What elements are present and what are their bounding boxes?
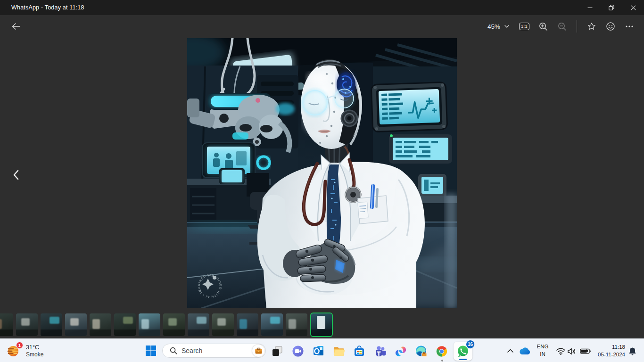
- close-button[interactable]: [622, 0, 644, 15]
- taskbar: 1 31°C Smoke Search: [0, 338, 644, 362]
- windows-logo-icon: [146, 346, 156, 356]
- whatsapp-active-indicator: [459, 359, 467, 360]
- language-line2: IN: [535, 350, 550, 358]
- chevron-up-icon: [507, 349, 513, 353]
- back-arrow-icon: [11, 22, 21, 31]
- thumbnail[interactable]: [0, 313, 13, 336]
- clock[interactable]: 11:18 05-11-2024: [592, 343, 625, 358]
- chevron-down-icon: [504, 24, 510, 29]
- zoom-level-value: 45%: [487, 23, 500, 30]
- screen: WhatsApp - Today at 11:18 45% 1:1: [0, 0, 644, 362]
- thumbnail[interactable]: [212, 313, 234, 336]
- window-controls: [579, 0, 644, 15]
- emoji-button[interactable]: [603, 18, 619, 34]
- cloud-icon: [519, 347, 531, 355]
- wifi-tray-icon[interactable]: [555, 347, 566, 355]
- search-input[interactable]: Search: [162, 344, 266, 358]
- weather-condition: Smoke: [26, 351, 43, 358]
- thumbnail[interactable]: [65, 313, 87, 336]
- folder-icon: [333, 345, 345, 358]
- copilot-icon: [395, 345, 407, 358]
- chevron-left-icon: [12, 170, 20, 180]
- window-title: WhatsApp - Today at 11:18: [11, 4, 84, 11]
- task-view-icon: [272, 346, 283, 357]
- zoom-in-button[interactable]: [535, 18, 551, 34]
- thumbnail[interactable]: [261, 313, 283, 336]
- onedrive-tray-icon[interactable]: [518, 345, 532, 356]
- weather-widget[interactable]: 1 31°C Smoke: [6, 341, 43, 361]
- thumbnail[interactable]: [139, 313, 160, 336]
- toolbar: 45% 1:1: [0, 15, 644, 38]
- thumbnail[interactable]: [237, 313, 258, 336]
- tray-time: 11:18: [592, 343, 625, 351]
- weather-temp: 31°C: [26, 344, 43, 351]
- zoom-level-dropdown[interactable]: 45%: [484, 18, 513, 34]
- favorite-button[interactable]: [584, 18, 600, 34]
- volume-tray-icon[interactable]: [567, 347, 577, 355]
- photo-canvas: IMAGINED WITH AI • IMAGINED WITH AI •: [0, 38, 644, 313]
- zoom-in-icon: [538, 22, 548, 32]
- restore-button[interactable]: [601, 0, 622, 15]
- thumbnail[interactable]: [90, 313, 111, 336]
- store-icon: [353, 345, 365, 357]
- wifi-icon: [556, 348, 565, 355]
- microsoft-store-button[interactable]: [353, 345, 365, 357]
- thumbnail[interactable]: [41, 313, 62, 336]
- outlook-icon: [313, 345, 325, 357]
- chrome-icon: [436, 345, 448, 358]
- thumbnail[interactable]: [286, 313, 307, 336]
- thumbnail[interactable]: [114, 313, 136, 336]
- thumbnail[interactable]: [16, 313, 38, 336]
- actual-size-button[interactable]: 1:1: [516, 18, 532, 34]
- minimize-button[interactable]: [579, 0, 601, 15]
- search-icon: [170, 347, 177, 354]
- chat-app-button[interactable]: [292, 345, 304, 357]
- video-chat-icon: [292, 345, 304, 357]
- teams-icon: [374, 345, 386, 357]
- copilot-button[interactable]: [395, 345, 407, 357]
- thumbnail[interactable]: [163, 313, 185, 336]
- search-work-badge[interactable]: [252, 345, 264, 357]
- filmstrip: [0, 313, 644, 338]
- zoom-out-button[interactable]: [554, 18, 570, 34]
- photo-robot-doctor: IMAGINED WITH AI • IMAGINED WITH AI •: [187, 38, 457, 308]
- start-button[interactable]: [144, 344, 157, 357]
- chrome-button[interactable]: [436, 345, 448, 357]
- notification-bell-button[interactable]: [627, 346, 637, 356]
- tray-date: 05-11-2024: [592, 351, 625, 358]
- thumbnail-selected[interactable]: [310, 313, 333, 337]
- edge-icon: [415, 345, 427, 358]
- chrome-running-indicator: [441, 360, 443, 362]
- battery-tray-icon[interactable]: [579, 347, 591, 355]
- language-line1: ENG: [535, 343, 550, 350]
- whatsapp-badge: 16: [466, 340, 475, 349]
- star-icon: [587, 22, 596, 31]
- file-explorer-button[interactable]: [333, 345, 345, 357]
- thumbnail[interactable]: [188, 313, 209, 336]
- more-options-button[interactable]: [621, 18, 637, 34]
- toolbar-divider: [577, 20, 577, 33]
- task-view-button[interactable]: [271, 345, 283, 357]
- ellipsis-icon: [625, 22, 634, 31]
- zoom-out-icon: [557, 22, 567, 32]
- back-button[interactable]: [8, 19, 24, 34]
- titlebar: WhatsApp - Today at 11:18: [0, 0, 644, 15]
- briefcase-icon: [255, 347, 263, 355]
- language-indicator[interactable]: ENG IN: [535, 343, 550, 358]
- teams-button[interactable]: [374, 345, 386, 357]
- notification-badge: 1: [16, 342, 23, 349]
- tray-expand-button[interactable]: [505, 346, 515, 355]
- outlook-button[interactable]: [313, 345, 325, 357]
- edge-button[interactable]: [415, 345, 427, 357]
- search-placeholder: Search: [182, 347, 202, 354]
- smiley-icon: [606, 22, 615, 31]
- battery-saver-icon: [580, 348, 591, 354]
- speaker-icon: [568, 348, 576, 355]
- bell-icon: [628, 347, 636, 356]
- previous-image-button[interactable]: [9, 168, 23, 181]
- actual-size-icon: 1:1: [519, 23, 529, 30]
